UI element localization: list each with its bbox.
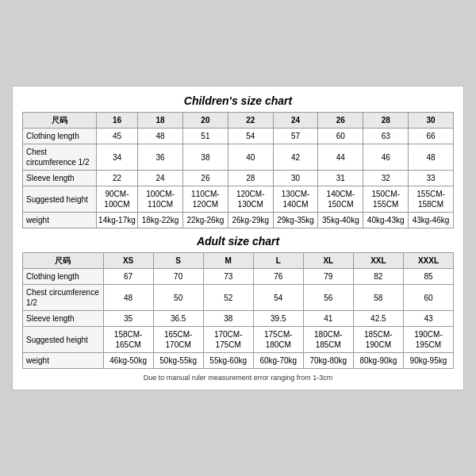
cell-value: 48 (409, 144, 454, 171)
cell-value: 58 (353, 285, 403, 311)
table-row: Suggested height90CM-100CM100CM-110CM110… (23, 186, 454, 213)
cell-value: 80kg-90kg (353, 353, 403, 369)
cell-value: 18kg-22kg (138, 213, 183, 228)
cell-value: 42.5 (353, 311, 403, 327)
cell-value: 42 (273, 144, 318, 171)
children-header-cell: 20 (182, 113, 228, 129)
cell-value: 155CM-158CM (409, 186, 454, 213)
cell-value: 55kg-60kg (203, 353, 253, 369)
children-header-cell: 22 (228, 113, 273, 129)
table-row: Suggested height158CM-165CM165CM-170CM17… (23, 327, 454, 353)
cell-value: 56 (303, 285, 353, 311)
children-header-cell: 28 (363, 113, 409, 129)
cell-value: 51 (182, 129, 228, 144)
cell-value: 48 (103, 285, 153, 311)
cell-value: 50kg-55kg (153, 353, 203, 369)
cell-value: 45 (96, 129, 137, 144)
row-label: Sleeve length (23, 311, 104, 327)
adult-header-cell: L (253, 253, 303, 269)
table-row: weight14kg-17kg18kg-22kg22kg-26kg26kg-29… (23, 213, 454, 228)
cell-value: 43kg-46kg (409, 213, 454, 228)
cell-value: 60 (318, 129, 363, 144)
cell-value: 29kg-35kg (273, 213, 318, 228)
cell-value: 24 (138, 171, 183, 186)
cell-value: 40 (228, 144, 273, 171)
cell-value: 73 (203, 269, 253, 285)
adult-header-cell: XL (303, 253, 353, 269)
row-label: weight (23, 213, 97, 228)
cell-value: 48 (138, 129, 183, 144)
row-label: weight (23, 353, 104, 369)
children-header-cell: 26 (318, 113, 363, 129)
size-chart-container: Children's size chart 尺码1618202224262830… (12, 86, 464, 390)
adult-header-cell: XXXL (403, 253, 453, 269)
cell-value: 57 (273, 129, 318, 144)
cell-value: 63 (363, 129, 409, 144)
table-row: Sleeve length2224262830313233 (23, 171, 454, 186)
cell-value: 140CM-150CM (318, 186, 363, 213)
cell-value: 180CM-185CM (303, 327, 353, 353)
row-label: Suggested height (23, 327, 104, 353)
cell-value: 36.5 (153, 311, 203, 327)
cell-value: 26kg-29kg (228, 213, 273, 228)
cell-value: 22kg-26kg (182, 213, 228, 228)
table-row: Clothing length4548515457606366 (23, 129, 454, 144)
cell-value: 60 (403, 285, 453, 311)
cell-value: 38 (182, 144, 228, 171)
cell-value: 54 (228, 129, 273, 144)
table-row: weight46kg-50kg50kg-55kg55kg-60kg60kg-70… (23, 353, 454, 369)
row-label: Sleeve length (23, 171, 97, 186)
children-header-cell: 16 (96, 113, 137, 129)
cell-value: 54 (253, 285, 303, 311)
adult-header-cell: 尺码 (23, 253, 104, 269)
cell-value: 158CM-165CM (103, 327, 153, 353)
cell-value: 76 (253, 269, 303, 285)
cell-value: 175CM-180CM (253, 327, 303, 353)
adult-table: 尺码XSSMLXLXXLXXXL Clothing length67707376… (22, 252, 454, 369)
cell-value: 43 (403, 311, 453, 327)
cell-value: 130CM-140CM (273, 186, 318, 213)
children-chart-title: Children's size chart (22, 94, 454, 107)
row-label: Chest circumference 1/2 (23, 285, 104, 311)
cell-value: 170CM-175CM (203, 327, 253, 353)
cell-value: 79 (303, 269, 353, 285)
table-row: Sleeve length3536.53839.54142.543 (23, 311, 454, 327)
adult-header-cell: S (153, 253, 203, 269)
table-row: Clothing length67707376798285 (23, 269, 454, 285)
cell-value: 31 (318, 171, 363, 186)
cell-value: 40kg-43kg (363, 213, 409, 228)
cell-value: 85 (403, 269, 453, 285)
cell-value: 46kg-50kg (103, 353, 153, 369)
cell-value: 185CM-190CM (353, 327, 403, 353)
cell-value: 50 (153, 285, 203, 311)
cell-value: 67 (103, 269, 153, 285)
cell-value: 35 (103, 311, 153, 327)
adult-header-cell: XXL (353, 253, 403, 269)
cell-value: 110CM-120CM (182, 186, 228, 213)
cell-value: 66 (409, 129, 454, 144)
cell-value: 30 (273, 171, 318, 186)
children-header-cell: 18 (138, 113, 183, 129)
cell-value: 33 (409, 171, 454, 186)
cell-value: 165CM-170CM (153, 327, 203, 353)
row-label: Chest circumference 1/2 (23, 144, 97, 171)
cell-value: 60kg-70kg (253, 353, 303, 369)
children-header-cell: 尺码 (23, 113, 97, 129)
cell-value: 22 (96, 171, 137, 186)
table-row: Chest circumference 1/23436384042444648 (23, 144, 454, 171)
cell-value: 28 (228, 171, 273, 186)
adult-header-cell: M (203, 253, 253, 269)
cell-value: 14kg-17kg (96, 213, 137, 228)
cell-value: 32 (363, 171, 409, 186)
adult-chart-title: Adult size chart (22, 235, 454, 248)
cell-value: 190CM-195CM (403, 327, 453, 353)
cell-value: 44 (318, 144, 363, 171)
row-label: Clothing length (23, 129, 97, 144)
cell-value: 52 (203, 285, 253, 311)
footnote: Due to manual ruler measurement error ra… (22, 374, 454, 382)
table-row: Chest circumference 1/248505254565860 (23, 285, 454, 311)
children-header-cell: 24 (273, 113, 318, 129)
cell-value: 41 (303, 311, 353, 327)
cell-value: 34 (96, 144, 137, 171)
cell-value: 120CM-130CM (228, 186, 273, 213)
